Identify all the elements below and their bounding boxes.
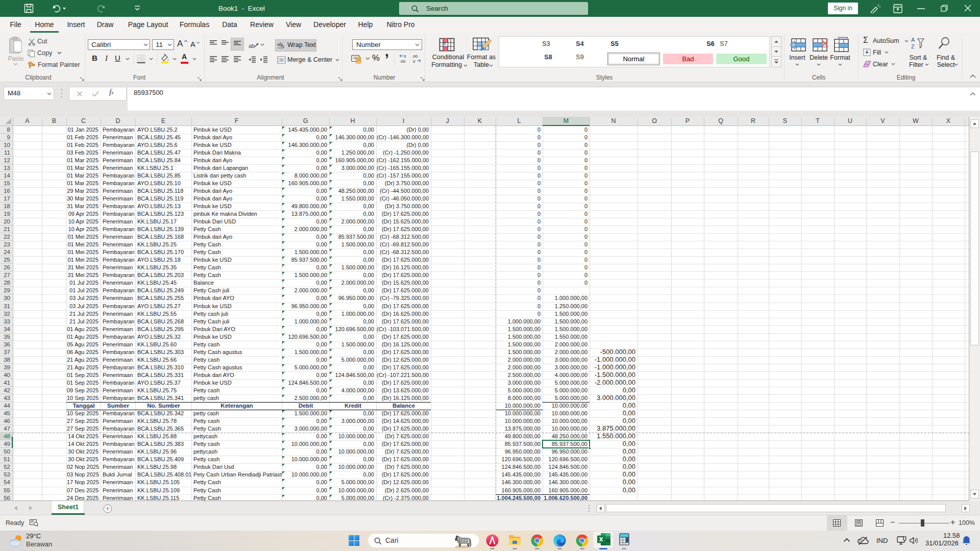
svg-text:0: 0	[404, 54, 406, 59]
svg-text:0: 0	[413, 59, 415, 64]
svg-text:.00: .00	[412, 54, 418, 59]
svg-text:.00: .00	[400, 59, 406, 64]
svg-text:ab: ab	[249, 43, 255, 49]
svg-text:Z: Z	[911, 43, 915, 49]
svg-text:A: A	[911, 37, 915, 43]
